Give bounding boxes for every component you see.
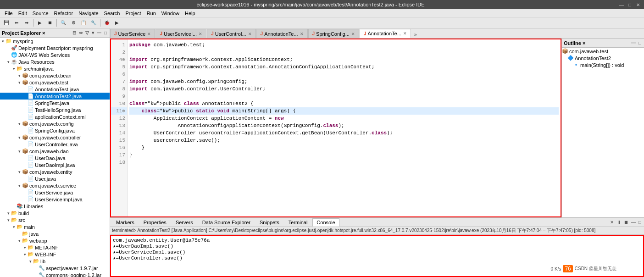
bottom-tab[interactable]: Terminal (284, 218, 312, 227)
tree-item[interactable]: 🔧aspectjweaver-1.9.7.jar (0, 265, 110, 271)
bottom-tab[interactable]: Markers (112, 218, 139, 227)
bottom-panel-btn2[interactable]: ⏸ (616, 219, 622, 225)
tree-item[interactable]: ▾📂webapp (0, 237, 110, 244)
tree-item[interactable]: ▾📦com.javaweb.dao (0, 148, 110, 155)
menu-item-edit[interactable]: Edit (16, 9, 30, 17)
toolbar-btn-7[interactable]: ⚙ (69, 19, 78, 27)
tree-item[interactable]: ▾📂WEB-INF (0, 251, 110, 258)
maximize-panel-button[interactable]: □ (103, 30, 108, 36)
tree-item-label: build (18, 211, 29, 216)
close-all-tabs-button[interactable]: » (411, 31, 420, 38)
tree-item[interactable]: 🚀Deployment Descriptor: myspring (0, 44, 110, 51)
toolbar-btn-8[interactable]: 📋 (79, 19, 88, 27)
tree-item[interactable]: 📄UserController.java (0, 141, 110, 148)
tree-item[interactable]: ▾📂main (0, 223, 110, 230)
tab-close-btn[interactable]: ✕ (403, 31, 407, 36)
link-editor-button[interactable]: ⇔ (78, 30, 83, 36)
tree-item[interactable]: 📚Libraries (0, 203, 110, 210)
project-tree: ▾📁myspring🚀Deployment Descriptor: myspri… (0, 38, 110, 277)
tree-item[interactable]: ▾📂META-INF (0, 244, 110, 251)
code-editor[interactable]: 124⊕567891011⊕12131415161718 package com… (110, 39, 561, 217)
tab-close-btn[interactable]: ✕ (248, 32, 252, 36)
tab-close-btn[interactable]: ✕ (199, 32, 202, 36)
toolbar-btn-9[interactable]: 🔧 (89, 19, 98, 27)
tree-item[interactable]: 📄UserDao.java (0, 155, 110, 161)
close-button[interactable]: ✕ (635, 1, 641, 8)
tree-item[interactable]: 🌐JAX-WS Web Services (0, 51, 110, 58)
editor-tab[interactable]: JAnnotationTe...✕ (256, 29, 308, 38)
toolbar-btn-2[interactable]: ⬅ (12, 19, 21, 27)
tree-item[interactable]: ▾📁myspring (0, 38, 110, 44)
menu-item-run[interactable]: Run (144, 9, 159, 17)
minimize-panel-button[interactable]: — (96, 30, 102, 36)
menu-item-window[interactable]: Window (159, 9, 182, 17)
tree-item[interactable]: ▾📂src (0, 216, 110, 223)
filter-button[interactable]: ▽ (84, 30, 90, 36)
tree-item[interactable]: ▾📦com.javaweb.bean (0, 72, 110, 79)
bottom-tab[interactable]: Console (312, 218, 339, 227)
tree-item[interactable]: ▾📦com.javaweb.config (0, 120, 110, 127)
tree-item[interactable]: 📄TestHelloSpring.java (0, 106, 110, 113)
tree-item[interactable]: ▾📦com.javaweb.entity (0, 168, 110, 175)
tree-item[interactable]: ▾☕Java Resources (0, 58, 110, 65)
bottom-tab[interactable]: Data Source Explorer (198, 218, 255, 227)
menu-item-source[interactable]: Source (30, 9, 51, 17)
menu-item-help[interactable]: Help (182, 9, 198, 17)
outline-item[interactable]: 🔷AnnotationTest2 (562, 55, 644, 61)
code-content[interactable]: package com.javaweb.test; import org.spr… (128, 39, 561, 216)
tree-item[interactable]: ▾📂src/main/java (0, 65, 110, 72)
tree-item[interactable]: 📄UserServiceImpl.java (0, 196, 110, 203)
editor-tab[interactable]: JAnnotationTe...✕ (360, 29, 411, 38)
editor-tab[interactable]: JUserService✕ (110, 29, 155, 38)
tree-item[interactable]: 📂java (0, 230, 110, 237)
bottom-tab[interactable]: Snippets (255, 218, 283, 227)
tab-close-btn[interactable]: ✕ (351, 32, 355, 36)
tree-item[interactable]: ▾📦com.javaweb.test (0, 79, 110, 86)
bottom-tab[interactable]: Servers (172, 218, 197, 227)
outline-item[interactable]: 📦com.javaweb.test (562, 48, 644, 55)
tree-item[interactable]: 🔧commons-logging-1.2.jar (0, 271, 110, 277)
collapse-all-button[interactable]: ⊟ (72, 30, 77, 36)
editor-tab[interactable]: JUserControl...✕ (207, 29, 255, 38)
toolbar-btn-4[interactable]: ▶ (35, 19, 44, 27)
editor-tab[interactable]: JSpringConfig...✕ (308, 29, 359, 38)
toolbar-btn-1[interactable]: 💾 (2, 19, 11, 27)
outline-maximize-btn[interactable]: □ (638, 40, 642, 46)
tree-item[interactable]: ▾📦com.javaweb.controller (0, 134, 110, 141)
menu-item-navigate[interactable]: Navigate (76, 9, 101, 17)
editor-tab[interactable]: JUserServiceI...✕ (155, 29, 206, 38)
menu-item-search[interactable]: Search (101, 9, 123, 17)
bottom-panel-btn4[interactable]: — (630, 219, 637, 225)
tree-item[interactable]: 📄SpringConfig.java (0, 127, 110, 134)
tree-item[interactable]: 📄AnnotationTest2.java (0, 93, 110, 100)
tree-item[interactable]: 📄User.java (0, 175, 110, 182)
bottom-tab[interactable]: Properties (139, 218, 171, 227)
tree-item[interactable]: ▾📦com.javaweb.service (0, 182, 110, 189)
tree-item[interactable]: 📄UserService.java (0, 189, 110, 196)
tree-item[interactable]: 📄applicationContext.xml (0, 113, 110, 120)
toolbar-btn-3[interactable]: ➡ (22, 19, 31, 27)
menu-item-refactor[interactable]: Refactor (51, 9, 76, 17)
toolbar-btn-11[interactable]: ▶ (112, 19, 122, 27)
bottom-panel-btn3[interactable]: ⏹ (623, 219, 629, 225)
toolbar-btn-5[interactable]: ⏹ (45, 19, 55, 27)
tab-close-btn[interactable]: ✕ (300, 32, 304, 36)
tree-item[interactable]: 📄UserDaoImpl.java (0, 161, 110, 168)
outline-item[interactable]: 🔹main(String[]) : void (562, 61, 644, 68)
tree-item[interactable]: ▾📂build (0, 210, 110, 216)
view-menu-button[interactable]: ▾ (91, 30, 95, 36)
toolbar-btn-10[interactable]: 🐞 (102, 19, 111, 27)
tab-close-btn[interactable]: ✕ (147, 32, 151, 36)
tree-item[interactable]: 📄AnnotationTest.java (0, 86, 110, 93)
bottom-panel-btn1[interactable]: ✕ (609, 219, 615, 225)
toolbar-btn-6[interactable]: 🔍 (59, 19, 68, 27)
tree-item-label: UserServiceImpl.java (35, 197, 83, 202)
tree-item[interactable]: 📄SpringTest.java (0, 100, 110, 106)
maximize-button[interactable]: □ (627, 1, 633, 8)
outline-minimize-btn[interactable]: — (630, 40, 637, 46)
minimize-button[interactable]: — (618, 1, 625, 8)
bottom-panel-btn5[interactable]: □ (638, 219, 642, 225)
tree-item[interactable]: ▾📂lib (0, 258, 110, 265)
menu-item-project[interactable]: Project (122, 9, 144, 17)
menu-item-file[interactable]: File (2, 9, 16, 17)
